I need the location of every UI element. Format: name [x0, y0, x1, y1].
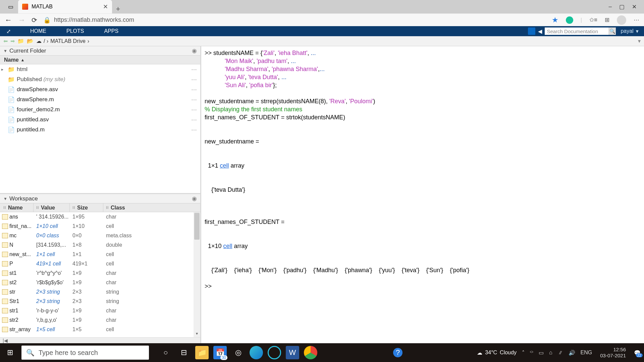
file-explorer-icon[interactable]: 📁	[195, 346, 209, 359]
path-dropdown-icon[interactable]: ▾	[638, 38, 641, 44]
workspace-row[interactable]: ans' 314.15926...1×95char	[0, 212, 200, 222]
panel-menu-icon[interactable]: ◉	[192, 47, 197, 54]
file-menu-icon[interactable]: ⋯	[191, 76, 197, 83]
search-icon[interactable]: 🔍	[608, 27, 616, 35]
workspace-row[interactable]: first_na...1×10 cell1×10cell	[0, 222, 200, 231]
browser-menu-button[interactable]: ⋯	[634, 16, 639, 23]
command-window[interactable]: >> studentsNAME = {'Zali', 'ieha Bhatt',…	[201, 46, 644, 343]
edge-icon[interactable]	[250, 346, 263, 359]
scrollbar-down-icon[interactable]: ▾	[194, 331, 200, 337]
window-maximize-button[interactable]: ▢	[619, 3, 625, 10]
file-menu-icon[interactable]: ⋯	[191, 126, 197, 133]
file-menu-icon[interactable]: ⋯	[191, 86, 197, 93]
file-row[interactable]: 📁Published (my site)⋯	[0, 74, 200, 84]
notifications-icon[interactable]: 💬22	[634, 350, 641, 356]
profile-avatar[interactable]	[617, 15, 626, 25]
current-folder-panel-header[interactable]: ▼ Current Folder ◉	[0, 46, 200, 56]
file-menu-icon[interactable]: ⋯	[191, 106, 197, 113]
language-indicator[interactable]: ENG	[581, 350, 592, 356]
task-view-icon[interactable]: ⊟	[177, 346, 191, 359]
toolstrip-tab-apps[interactable]: APPS	[104, 28, 118, 34]
toolstrip-action-icon[interactable]	[528, 27, 535, 35]
file-row[interactable]: 📄puntitled.asv⋯	[0, 115, 200, 125]
file-menu-icon[interactable]: ⋯	[191, 66, 197, 73]
workspace-row[interactable]: str_array1×5 cell1×5cell	[0, 325, 200, 334]
network-icon[interactable]: ⫽	[558, 350, 563, 356]
ws-col-class[interactable]: ⁞⁞Class	[103, 203, 200, 212]
current-folder-toolbar: ⬅ ➡ 📁 📂 ☁ / › MATLAB Drive › ▾	[0, 36, 644, 46]
alexa-icon[interactable]	[268, 346, 281, 359]
ws-col-value[interactable]: ⁞⁞Value	[34, 203, 70, 212]
cortana-icon[interactable]: ○	[159, 346, 172, 359]
workspace-row[interactable]: str1'r-b-g-y-o'1×9char	[0, 306, 200, 315]
tray-chevron-icon[interactable]: ˄	[522, 350, 525, 356]
tab-close-button[interactable]: ✕	[103, 3, 108, 10]
file-row[interactable]: 📄fourier_demo2.m⋯	[0, 105, 200, 115]
workspace-row[interactable]: Str12×3 string2×3string	[0, 297, 200, 306]
user-menu[interactable]: payal ▼	[619, 28, 641, 34]
folder-up-icon[interactable]: 📁	[17, 38, 24, 44]
word-icon[interactable]: W	[286, 346, 299, 359]
toolstrip-tab-plots[interactable]: PLOTS	[66, 28, 84, 34]
toolstrip-expand-button[interactable]: ⤢	[0, 28, 17, 35]
workspace-scrollbar[interactable]: ▾	[194, 212, 200, 337]
workspace-panel-header[interactable]: ▼ Workspace ◉	[0, 194, 200, 203]
var-size: 419×1	[70, 261, 103, 267]
nav-reload-button[interactable]: ⟳	[32, 16, 37, 24]
tab-overview-button[interactable]: ▭	[3, 0, 18, 13]
path-forward-icon[interactable]: ➡	[10, 38, 15, 44]
bookmark-star-icon[interactable]: ★	[552, 16, 558, 24]
window-minimize-button[interactable]: –	[609, 3, 612, 10]
collections-icon[interactable]: ⊞	[605, 16, 609, 23]
file-row[interactable]: 📄drawSphere.asv⋯	[0, 84, 200, 95]
nav-forward-button[interactable]: →	[18, 16, 25, 24]
new-tab-button[interactable]: +	[112, 5, 124, 13]
weather-icon: ☁	[477, 350, 482, 356]
workspace-row[interactable]: N[314.1593,...1×8double	[0, 240, 200, 250]
workspace-row[interactable]: str2×3 string2×3string	[0, 287, 200, 297]
start-button[interactable]: ⊞	[0, 343, 20, 362]
onedrive-icon[interactable]: ⌔	[530, 350, 533, 356]
clock[interactable]: 12:56 03-07-2021	[597, 347, 629, 359]
chrome-icon[interactable]	[304, 346, 317, 359]
file-row[interactable]: 📄drawSphere.m⋯	[0, 95, 200, 105]
window-close-button[interactable]: ✕	[632, 3, 637, 10]
workspace-row[interactable]: P419×1 cell419×1cell	[0, 259, 200, 268]
file-row[interactable]: ▸📁html⋯	[0, 64, 200, 74]
toolstrip-tab-home[interactable]: HOME	[30, 28, 46, 34]
battery-icon[interactable]: ▭	[539, 350, 544, 356]
ws-col-name[interactable]: ⁞⁞Name	[0, 203, 34, 212]
path-back-icon[interactable]: ⬅	[3, 38, 8, 44]
folder-browse-icon[interactable]: 📂	[27, 38, 34, 44]
nav-back-button[interactable]: ←	[5, 16, 12, 24]
volume-icon[interactable]: 🔊	[569, 350, 575, 356]
panel-menu-icon[interactable]: ◉	[192, 195, 197, 202]
workspace-row[interactable]: new_st...1×1 cell1×1cell	[0, 250, 200, 259]
file-row[interactable]: 📄puntitled.m⋯	[0, 125, 200, 135]
file-menu-icon[interactable]: ⋯	[191, 116, 197, 123]
spotify-icon[interactable]: ◎	[231, 346, 245, 359]
calendar-icon[interactable]: 📅30	[213, 346, 227, 359]
weather-widget[interactable]: ☁ 34°C Cloudy	[477, 350, 517, 356]
ws-col-size[interactable]: ⁞⁞Size	[70, 203, 103, 212]
favorites-icon[interactable]: ✩≡	[589, 16, 597, 23]
var-size: 1×95	[70, 214, 103, 220]
address-input[interactable]: 🔒 https://matlab.mathworks.com	[43, 16, 546, 24]
workspace-row[interactable]: st2'r$b$g$y$o'1×9char	[0, 278, 200, 287]
grammarly-icon[interactable]	[566, 16, 573, 24]
help-icon[interactable]: ?	[391, 346, 405, 359]
taskbar-search[interactable]: 🔍 Type here to search	[21, 346, 149, 360]
scrollbar-thumb[interactable]	[194, 213, 200, 240]
workspace-row[interactable]: mc0×0 class0×0meta.class	[0, 231, 200, 240]
file-menu-icon[interactable]: ⋯	[191, 96, 197, 103]
browser-tab[interactable]: MATLAB ✕	[18, 0, 112, 13]
search-documentation-input[interactable]: Search Documentation	[545, 27, 608, 35]
variable-icon	[2, 327, 8, 332]
var-class: meta.class	[103, 233, 200, 239]
wifi-icon[interactable]: ⌂	[549, 350, 552, 356]
breadcrumb[interactable]: ☁ / › MATLAB Drive ›	[36, 38, 89, 44]
workspace-row[interactable]: str2'r,b,g,y,o'1×9char	[0, 315, 200, 325]
toolstrip-back-icon[interactable]: ◀	[538, 28, 542, 35]
workspace-row[interactable]: st1'r^b^g^y^o'1×9char	[0, 268, 200, 278]
file-list-header[interactable]: Name ▲	[0, 56, 200, 64]
